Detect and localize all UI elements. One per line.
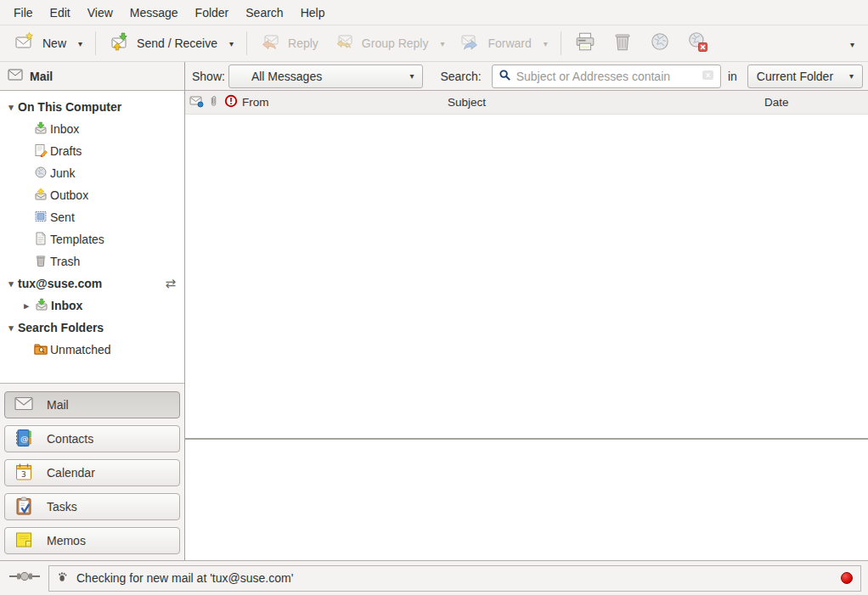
- sidebar: Mail ▾ On This Computer Inbox Drafts Ju: [0, 62, 185, 560]
- toolbar-separator: [561, 31, 561, 55]
- drafts-icon: [34, 143, 48, 160]
- read-status-column-icon[interactable]: [189, 94, 204, 110]
- forward-dropdown-arrow-icon[interactable]: ▾: [544, 39, 548, 48]
- tree-label: Sent: [50, 210, 75, 224]
- search-scope-combobox[interactable]: Current Folder ▾: [747, 65, 863, 88]
- send-receive-account-icon[interactable]: ⇄: [165, 276, 176, 291]
- expander-open-icon[interactable]: ▾: [4, 278, 18, 289]
- group-reply-button[interactable]: Group Reply ▾: [326, 27, 453, 59]
- switcher-mail-button[interactable]: Mail: [4, 391, 180, 418]
- search-input[interactable]: [516, 70, 696, 83]
- inbox-icon: [34, 121, 48, 138]
- reply-icon: [260, 31, 280, 55]
- column-from[interactable]: From: [242, 96, 269, 109]
- toolbar-overflow-button[interactable]: ▾: [839, 31, 861, 56]
- junk-button[interactable]: [641, 26, 679, 60]
- reply-button[interactable]: Reply: [252, 27, 326, 59]
- folder-tree: ▾ On This Computer Inbox Drafts Junk: [0, 91, 184, 383]
- status-message-panel: Checking for new mail at 'tux@suse.com': [48, 565, 861, 592]
- send-receive-icon: [109, 31, 129, 55]
- send-receive-dropdown-arrow-icon[interactable]: ▾: [229, 39, 234, 48]
- mail-envelope-icon: [8, 69, 23, 84]
- column-date[interactable]: Date: [764, 96, 789, 109]
- toolbar-overflow-arrow-icon: ▾: [850, 40, 854, 49]
- sidebar-header-label: Mail: [30, 70, 53, 83]
- tree-item-drafts[interactable]: Drafts: [0, 140, 184, 162]
- attachment-column-icon[interactable]: [208, 94, 220, 110]
- group-reply-dropdown-arrow-icon[interactable]: ▾: [440, 39, 444, 48]
- tree-group-search-folders[interactable]: ▾ Search Folders: [0, 317, 184, 339]
- tree-item-junk[interactable]: Junk: [0, 162, 184, 184]
- switcher-contacts-button[interactable]: @ Contacts: [4, 425, 180, 452]
- expander-open-icon[interactable]: ▾: [4, 102, 18, 113]
- message-list-body[interactable]: [185, 115, 868, 438]
- switcher-calendar-button[interactable]: 3 Calendar: [4, 459, 180, 486]
- menu-folder[interactable]: Folder: [187, 0, 238, 25]
- tree-item-templates[interactable]: Templates: [0, 228, 184, 250]
- new-button[interactable]: New ▾: [7, 27, 90, 59]
- cancel-activity-button[interactable]: [841, 572, 853, 584]
- tree-label: Search Folders: [18, 321, 104, 334]
- tree-group-account[interactable]: ▾ tux@suse.com ⇄: [0, 272, 184, 295]
- search-icon: [499, 69, 511, 84]
- delete-button[interactable]: [604, 26, 641, 60]
- outbox-icon: [34, 188, 48, 204]
- print-button[interactable]: [566, 26, 604, 60]
- switcher-label: Memos: [47, 534, 86, 547]
- message-list-header: From Subject Date: [185, 91, 868, 115]
- forward-icon: [459, 31, 480, 55]
- menu-file[interactable]: File: [5, 0, 42, 25]
- svg-text:@: @: [20, 433, 29, 442]
- component-switcher: Mail @ Contacts 3 Calendar Tasks Memos: [0, 383, 184, 560]
- tree-item-unmatched[interactable]: Unmatched: [0, 339, 184, 361]
- online-status-button[interactable]: [0, 570, 48, 586]
- forward-button-label: Forward: [488, 36, 531, 50]
- tree-label: Unmatched: [50, 343, 111, 356]
- tree-item-inbox[interactable]: Inbox: [0, 118, 184, 140]
- junk-folder-icon: [34, 166, 48, 182]
- tree-group-on-this-computer[interactable]: ▾ On This Computer: [0, 96, 184, 118]
- tree-item-trash[interactable]: Trash: [0, 250, 184, 272]
- priority-column-icon[interactable]: [224, 94, 238, 110]
- tree-label: Drafts: [50, 144, 82, 158]
- tree-item-outbox[interactable]: Outbox: [0, 184, 184, 206]
- show-filter-combobox[interactable]: All Messages ▾: [228, 65, 424, 88]
- search-entry[interactable]: [492, 65, 721, 88]
- switcher-memos-button[interactable]: Memos: [4, 527, 180, 554]
- send-receive-button[interactable]: Send / Receive ▾: [101, 27, 241, 59]
- tree-label: Junk: [50, 166, 76, 180]
- menu-message[interactable]: Message: [121, 0, 187, 25]
- sent-icon: [34, 210, 48, 226]
- tree-item-sent[interactable]: Sent: [0, 206, 184, 228]
- new-dropdown-arrow-icon[interactable]: ▾: [78, 39, 82, 48]
- calendar-icon: 3: [14, 463, 33, 484]
- contacts-icon: @: [14, 429, 33, 450]
- show-label: Show:: [192, 70, 225, 83]
- expander-open-icon[interactable]: ▾: [4, 323, 18, 334]
- send-receive-label: Send / Receive: [137, 36, 217, 50]
- clear-search-icon[interactable]: [702, 70, 714, 83]
- memos-icon: [14, 530, 33, 552]
- tree-item-account-inbox[interactable]: ▸ Inbox: [0, 295, 184, 317]
- junk-icon: [649, 31, 671, 56]
- switcher-label: Contacts: [47, 432, 93, 446]
- status-bar: Checking for new mail at 'tux@suse.com': [0, 560, 868, 595]
- forward-button[interactable]: Forward ▾: [452, 27, 555, 59]
- preview-pane: [185, 440, 868, 560]
- menu-view[interactable]: View: [79, 0, 121, 25]
- tree-label: Templates: [50, 233, 104, 246]
- not-junk-button[interactable]: [679, 26, 716, 60]
- menu-search[interactable]: Search: [237, 0, 291, 25]
- menu-help[interactable]: Help: [292, 0, 334, 25]
- menu-edit[interactable]: Edit: [42, 0, 79, 25]
- column-subject[interactable]: Subject: [448, 96, 486, 109]
- tasks-icon: [14, 497, 33, 518]
- mail-icon: [14, 396, 33, 413]
- expander-closed-icon[interactable]: ▸: [20, 300, 32, 312]
- activity-foot-icon: [57, 570, 69, 586]
- reply-button-label: Reply: [288, 36, 318, 50]
- switcher-label: Calendar: [47, 466, 95, 480]
- content-area: Mail ▾ On This Computer Inbox Drafts Ju: [0, 62, 868, 560]
- switcher-tasks-button[interactable]: Tasks: [4, 493, 180, 520]
- templates-icon: [34, 232, 48, 248]
